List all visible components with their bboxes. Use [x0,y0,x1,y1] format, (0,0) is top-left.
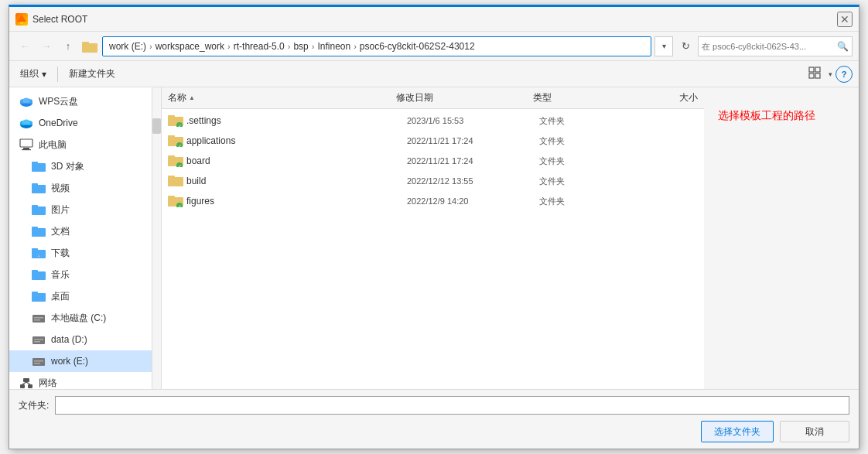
forward-button[interactable]: → [37,37,56,56]
breadcrumb-part-5[interactable]: psoc6-cy8ckit-062S2-43012 [360,41,475,52]
folder-icon [80,37,99,56]
sidebar-item-music[interactable]: 音乐 [9,264,152,285]
sidebar-item-onedrive[interactable]: OneDrive [9,112,152,134]
svg-rect-33 [32,292,38,294]
svg-rect-57 [168,155,175,158]
toolbar: 组织 ▾ 新建文件夹 ▾ ? [9,61,859,87]
file-item-settings[interactable]: ✓ .settings 2023/1/6 15:53 文件夹 [162,111,704,131]
svg-rect-35 [34,317,43,319]
organize-button[interactable]: 组织 ▾ [15,66,51,82]
drive-c-icon [31,312,46,324]
svg-rect-19 [32,163,46,172]
breadcrumb-part-1[interactable]: workspace_work [155,41,224,52]
folder-downloads-icon: ↓ [31,247,46,259]
content-area: WPS云盘 OneDrive [9,87,859,389]
sidebar-item-drive-c[interactable]: 本地磁盘 (C:) [9,307,152,329]
sidebar-item-3d[interactable]: 3D 对象 [9,155,152,177]
col-header-name[interactable]: 名称 ▲ [168,91,396,104]
sidebar-item-drive-e[interactable]: work (E:) [9,350,152,372]
folder-docs-icon [31,225,46,237]
file-type-figures: 文件夹 [539,196,627,207]
sidebar-scrollbar[interactable] [152,87,162,389]
file-date-board: 2022/11/21 17:24 [407,156,539,166]
folder-board-icon: ✓ [168,153,183,169]
file-item-applications[interactable]: ✓ applications 2022/11/21 17:24 文件夹 [162,131,704,151]
main-pane: 名称 ▲ 修改日期 类型 大小 [162,87,704,389]
svg-rect-16 [20,139,32,147]
select-folder-button[interactable]: 选择文件夹 [701,421,774,442]
sidebar-item-downloads[interactable]: ↓ 下载 [9,242,152,264]
svg-rect-30 [32,271,46,280]
file-date-settings: 2023/1/6 15:53 [407,116,539,125]
folder-video-icon [31,182,46,194]
svg-rect-17 [23,148,29,149]
search-box[interactable]: 🔍 [698,36,853,56]
organize-label: 组织 [20,67,39,80]
new-folder-button[interactable]: 新建文件夹 [64,66,120,82]
close-button[interactable]: ✕ [837,12,853,27]
toolbar-separator [57,67,58,82]
col-header-type[interactable]: 类型 [533,91,624,104]
svg-rect-36 [34,319,40,321]
sidebar-item-pictures[interactable]: 图片 [9,199,152,220]
svg-rect-41 [34,360,43,362]
nav-bar: ← → ↑ work (E:) › workspace_work › rt-th… [9,32,859,61]
svg-rect-34 [32,315,45,323]
title-bar-left: Select ROOT [15,13,87,26]
file-name-figures: figures [186,196,407,207]
svg-rect-39 [34,341,40,343]
sidebar-item-wps[interactable]: WPS云盘 [9,90,152,112]
sidebar-item-computer[interactable]: 此电脑 [9,134,152,155]
sidebar-item-docs[interactable]: 文档 [9,220,152,242]
breadcrumb-part-4[interactable]: Infineon [317,41,350,52]
file-item-build[interactable]: build 2022/12/12 13:55 文件夹 [162,171,704,191]
computer-icon [19,138,34,151]
sidebar-item-network[interactable]: 网络 [9,372,152,389]
file-item-figures[interactable]: ✓ figures 2022/12/9 14:20 文件夹 [162,191,704,211]
sidebar-label-drive-d: data (D:) [51,334,87,345]
filename-input[interactable] [55,396,849,415]
file-date-figures: 2022/12/9 14:20 [407,196,539,206]
back-button[interactable]: ← [15,37,34,56]
refresh-button[interactable]: ↻ [676,36,695,56]
sidebar-item-video[interactable]: 视频 [9,177,152,199]
network-icon [19,377,34,389]
svg-rect-20 [32,162,38,164]
view-dropdown-icon: ▾ [829,70,832,78]
search-icon[interactable]: 🔍 [837,41,849,52]
search-input[interactable] [702,42,834,51]
svg-rect-37 [32,336,45,344]
breadcrumb-part-2[interactable]: rt-thread-5.0 [234,41,285,52]
file-item-board[interactable]: ✓ board 2022/11/21 17:24 文件夹 [162,151,704,171]
sidebar-label-wps: WPS云盘 [39,95,78,108]
sidebar-label-music: 音乐 [51,268,70,282]
sidebar-item-drive-d[interactable]: data (D:) [9,329,152,350]
sort-arrow-icon: ▲ [189,94,195,101]
cancel-button[interactable]: 取消 [780,421,849,442]
svg-rect-40 [32,358,45,366]
cloud-onedrive-icon [19,117,34,129]
sidebar-label-3d: 3D 对象 [51,160,84,173]
col-header-size[interactable]: 大小 [625,91,698,104]
breadcrumb-dropdown[interactable]: ▾ [654,36,673,56]
col-header-date[interactable]: 修改日期 [396,91,533,104]
file-list-header: 名称 ▲ 修改日期 类型 大小 [162,87,704,109]
svg-line-46 [22,382,26,384]
up-button[interactable]: ↑ [59,37,77,56]
sidebar-label-onedrive: OneDrive [39,118,78,128]
filename-row: 文件夹: [19,396,849,415]
svg-text:✓: ✓ [178,204,182,207]
sidebar-label-downloads: 下载 [51,247,70,260]
svg-rect-5 [815,67,820,72]
folder-applications-icon: ✓ [168,133,183,148]
svg-rect-6 [809,73,814,78]
view-button[interactable] [804,65,825,84]
svg-text:↓: ↓ [37,252,40,258]
help-button[interactable]: ? [836,66,853,83]
folder-music-icon [31,268,46,281]
organize-arrow: ▾ [42,69,46,80]
svg-rect-25 [32,228,46,237]
sidebar-item-desktop[interactable]: 桌面 [9,285,152,307]
breadcrumb-part-3[interactable]: bsp [293,41,308,52]
breadcrumb-part-0[interactable]: work (E:) [109,41,146,52]
